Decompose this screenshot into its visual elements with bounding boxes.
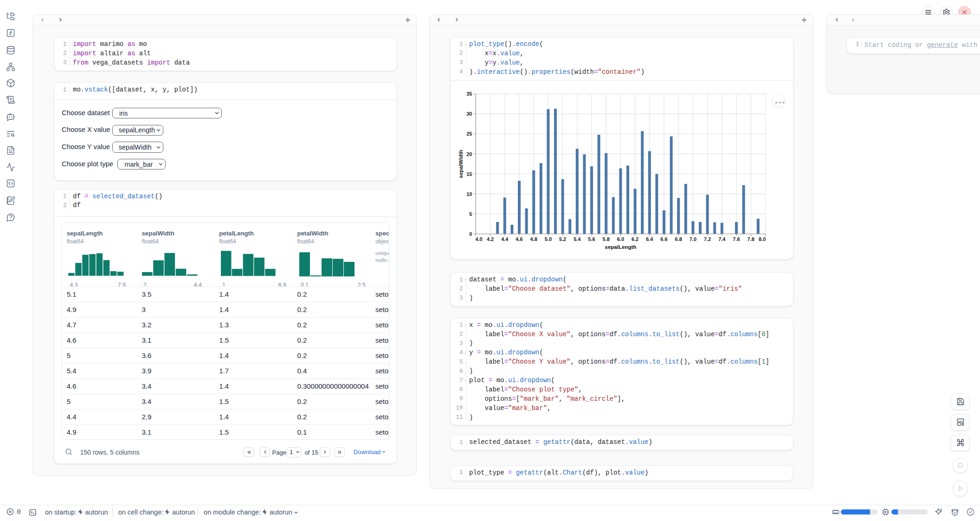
svg-text:7.6: 7.6 [733, 236, 740, 242]
svg-text:5.8: 5.8 [603, 236, 610, 242]
svg-text:4.0: 4.0 [475, 236, 482, 242]
svg-text:7.4: 7.4 [718, 236, 726, 242]
svg-text:5.6: 5.6 [588, 236, 595, 242]
svg-text:4.4: 4.4 [501, 236, 509, 242]
svg-text:15: 15 [466, 171, 472, 177]
svg-text:4.2: 4.2 [487, 236, 494, 242]
svg-text:7.2: 7.2 [704, 236, 711, 242]
svg-text:30: 30 [466, 111, 472, 117]
svg-text:6.0: 6.0 [617, 236, 624, 242]
svg-text:6.4: 6.4 [646, 236, 653, 242]
svg-text:5.0: 5.0 [545, 236, 552, 242]
svg-text:5.2: 5.2 [559, 236, 566, 242]
svg-text:4.8: 4.8 [530, 236, 537, 242]
svg-text:7.0: 7.0 [690, 236, 696, 242]
svg-text:20: 20 [466, 151, 472, 157]
svg-text:0: 0 [469, 231, 472, 237]
svg-text:35: 35 [466, 91, 472, 97]
svg-text:4.6: 4.6 [516, 236, 522, 242]
svg-text:6.8: 6.8 [675, 236, 682, 242]
svg-text:6.6: 6.6 [660, 236, 667, 242]
svg-text:7.8: 7.8 [748, 236, 754, 242]
svg-text:25: 25 [466, 131, 472, 137]
svg-text:5: 5 [469, 211, 472, 217]
svg-text:sepalLength: sepalLength [605, 244, 637, 250]
svg-text:5.4: 5.4 [574, 236, 581, 242]
svg-text:10: 10 [466, 191, 472, 197]
svg-text:sepalWidth: sepalWidth [458, 150, 464, 178]
svg-text:8.0: 8.0 [759, 236, 766, 242]
svg-text:6.2: 6.2 [632, 236, 638, 242]
